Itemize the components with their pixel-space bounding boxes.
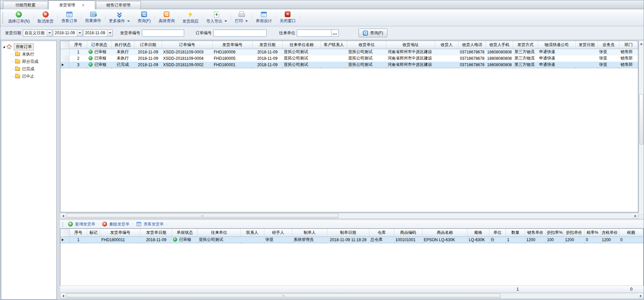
column-header[interactable]: 经手人: [264, 229, 292, 237]
cell[interactable]: 销售部: [619, 49, 638, 55]
ui-design-button[interactable]: 界面设计: [252, 9, 276, 26]
cell[interactable]: 18608080808: [486, 61, 513, 68]
cell[interactable]: 1: [70, 237, 87, 243]
detail-grid-hscrollbar[interactable]: [60, 293, 644, 299]
cell[interactable]: [576, 49, 598, 55]
add-shipment-button[interactable]: 新增发货单: [64, 220, 98, 228]
scroll-right-button[interactable]: [638, 293, 643, 298]
cell[interactable]: 亚拓公司测试: [347, 55, 386, 61]
column-header[interactable]: 收货人手机: [486, 41, 513, 49]
column-header[interactable]: 仓库: [369, 229, 394, 237]
cell[interactable]: 申通快递: [538, 55, 576, 61]
cell[interactable]: 亚拓公司测试: [347, 49, 386, 55]
column-header[interactable]: 收货人电话: [459, 41, 486, 49]
cell[interactable]: 系统管理员: [292, 237, 327, 243]
column-header[interactable]: 商品名称: [422, 229, 467, 237]
detail-toolbar-grip[interactable]: [62, 221, 63, 227]
cell[interactable]: 2018-11-09: [134, 49, 162, 55]
cell[interactable]: 2018-11-09: [252, 61, 282, 68]
cell[interactable]: 第三方物流: [513, 49, 538, 55]
close-window-button[interactable]: 关闭窗口: [276, 9, 300, 26]
cell[interactable]: 2018-11-09: [134, 55, 162, 61]
cell[interactable]: 已审核: [172, 237, 198, 243]
cell[interactable]: 总仓库: [369, 237, 394, 243]
cell[interactable]: 2: [69, 55, 87, 61]
orders-grid-hscrollbar[interactable]: [60, 213, 638, 219]
column-header[interactable]: 发货单编号: [100, 229, 141, 237]
cell[interactable]: 河南省郑州市中原区建设: [386, 61, 435, 68]
cell[interactable]: 亚拓公司测试: [198, 237, 240, 243]
cell[interactable]: 2018-11-09: [252, 49, 282, 55]
column-header[interactable]: 税率%: [584, 229, 600, 237]
row-gutter[interactable]: [60, 61, 69, 68]
column-header[interactable]: 标记: [87, 229, 100, 237]
tree-expander-icon[interactable]: [3, 46, 5, 48]
column-header[interactable]: 商品编码: [394, 229, 423, 237]
table-row[interactable]: 2已审核未执行2018-11-09XSDD-20181109-0004FHD18…: [60, 55, 638, 61]
cell[interactable]: 亚拓公司测试: [347, 61, 386, 68]
cell[interactable]: [240, 237, 264, 243]
column-header[interactable]: 执行状态: [111, 41, 135, 49]
cell[interactable]: [321, 49, 347, 55]
cell[interactable]: [321, 55, 347, 61]
cell[interactable]: FHD180005: [212, 55, 252, 61]
scroll-left-button[interactable]: [60, 213, 66, 218]
column-header[interactable]: 规格: [467, 229, 489, 237]
cell[interactable]: 2018-11-09 11:18:28: [327, 237, 369, 243]
cell[interactable]: 申通快递: [538, 61, 576, 68]
more-operations-button[interactable]: 更多操作: [105, 9, 133, 26]
cell[interactable]: 1: [506, 237, 525, 243]
column-header[interactable]: 订单日期: [134, 41, 162, 49]
cell[interactable]: XSDD-20181109-0003: [162, 49, 212, 55]
cell[interactable]: 亚拓公司测试: [282, 61, 321, 68]
cell[interactable]: 已审核: [87, 49, 111, 55]
column-header[interactable]: 订单编号: [162, 41, 212, 49]
cell[interactable]: 张亚: [264, 237, 292, 243]
cell[interactable]: 100101001: [394, 237, 423, 243]
cell[interactable]: [435, 55, 459, 61]
column-header[interactable]: 发货单日期: [141, 229, 172, 237]
cell[interactable]: FHD180001: [212, 61, 252, 68]
column-header[interactable]: 往来单位名称: [282, 41, 321, 49]
cell[interactable]: 2018-11-09: [141, 237, 172, 243]
column-header[interactable]: 发货单编号: [212, 41, 252, 49]
column-header[interactable]: 单位: [489, 229, 506, 237]
cell[interactable]: [321, 61, 347, 68]
cell[interactable]: 亚拓公司测试: [282, 49, 321, 55]
cell[interactable]: 2018-11-09: [252, 55, 282, 61]
import-export-button[interactable]: 导入导出: [203, 9, 231, 26]
cell[interactable]: 已审核: [87, 55, 111, 61]
column-header[interactable]: 业务员: [598, 41, 619, 49]
tree-item-2[interactable]: 已完成: [1, 65, 56, 73]
column-header[interactable]: 制单人: [292, 229, 327, 237]
tree-item-1[interactable]: 部分完成: [1, 58, 56, 65]
cell[interactable]: [87, 237, 100, 243]
column-header[interactable]: 折扣单价: [564, 229, 585, 237]
cell[interactable]: 0: [619, 237, 643, 243]
cell[interactable]: 1: [69, 49, 87, 55]
vscroll-thumb[interactable]: [639, 94, 643, 144]
cell[interactable]: 申通快递: [538, 49, 576, 55]
tree-root-label[interactable]: 所有订单: [14, 43, 34, 50]
cell[interactable]: EPSON LQ-630K: [422, 237, 467, 243]
cell[interactable]: XSDD-20181109-0004: [162, 55, 212, 61]
cell[interactable]: [435, 49, 459, 55]
batch-operations-button[interactable]: 批量操作: [82, 9, 105, 26]
cell[interactable]: 已完成: [111, 61, 135, 68]
scroll-up-button[interactable]: [639, 41, 644, 46]
date-to-picker[interactable]: 2018-11-09: [83, 30, 113, 37]
chevron-down-icon[interactable]: [47, 30, 52, 36]
column-header[interactable]: 序号: [69, 41, 87, 49]
column-header[interactable]: 收货单位: [347, 41, 386, 49]
cell[interactable]: [576, 55, 598, 61]
table-row[interactable]: 3已审核已完成2018-11-09XSDD-20181109-0002FHD18…: [60, 61, 638, 68]
column-header[interactable]: 折扣率%: [546, 229, 564, 237]
cell[interactable]: 台: [489, 237, 506, 243]
column-header[interactable]: 销售单价: [525, 229, 546, 237]
print-button[interactable]: 打印: [231, 9, 252, 26]
cell[interactable]: FHD1800011: [100, 237, 141, 243]
cell[interactable]: 0: [584, 237, 600, 243]
cell[interactable]: 销售部: [619, 55, 638, 61]
tree-item-3[interactable]: 已中止: [1, 73, 56, 80]
cell[interactable]: 已审核: [87, 61, 111, 68]
